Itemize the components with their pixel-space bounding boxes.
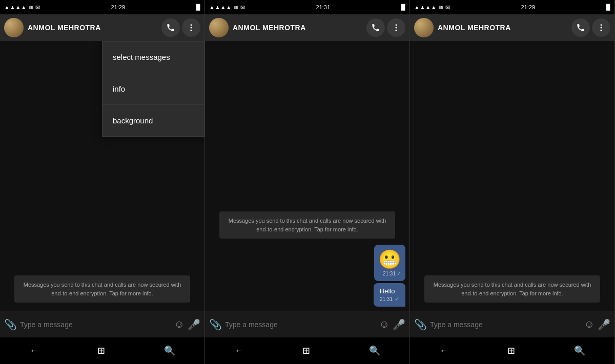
chat-header-1: ANMOL MEHROTRA xyxy=(0,14,204,41)
phone-panel-3: ▲▲▲▲ ≋ ✉ 21:29 ▉ ANMOL MEHROTRA Messages… xyxy=(410,0,615,364)
wifi-icon-3: ≋ xyxy=(439,4,443,11)
time-2: 21:31 xyxy=(316,4,331,10)
mic-icon-2[interactable]: 🎤 xyxy=(393,318,405,331)
encryption-notice-3[interactable]: Messages you send to this chat and calls… xyxy=(424,275,600,303)
back-button-3[interactable]: ← xyxy=(435,341,453,360)
attach-icon-1[interactable]: 📎 xyxy=(4,318,17,331)
svg-point-0 xyxy=(191,24,192,26)
chat-area-2: Messages you send to this chat and calls… xyxy=(205,41,409,311)
message-icon-3: ✉ xyxy=(445,4,450,11)
message-input-2[interactable] xyxy=(225,320,376,329)
status-right-1: ▉ xyxy=(196,4,200,11)
more-button-3[interactable] xyxy=(592,18,610,37)
status-right-3: ▉ xyxy=(606,4,610,11)
svg-point-6 xyxy=(601,24,602,26)
search-button-1[interactable]: 🔍 xyxy=(160,341,179,360)
emoji-time-text: 21:31 xyxy=(383,271,396,276)
svg-point-3 xyxy=(396,24,397,26)
dropdown-select-messages[interactable]: select messages xyxy=(102,41,204,73)
emoji-icon-1[interactable]: ☺ xyxy=(174,318,184,330)
dropdown-background[interactable]: background xyxy=(102,105,204,136)
status-left-2: ▲▲▲▲ ≋ ✉ xyxy=(209,4,245,11)
svg-point-5 xyxy=(396,30,397,31)
input-bar-1: 📎 ☺ 🎤 xyxy=(0,311,204,337)
input-bar-2: 📎 ☺ 🎤 xyxy=(205,311,409,337)
phone-panel-2: ▲▲▲▲ ≋ ✉ 21:31 ▉ ANMOL MEHROTRA Messages… xyxy=(205,0,410,364)
hello-text: Hello xyxy=(380,287,395,295)
mic-icon-1[interactable]: 🎤 xyxy=(188,318,200,331)
bottom-nav-2: ← ⊞ 🔍 xyxy=(205,337,409,364)
chat-header-3: ANMOL MEHROTRA xyxy=(410,14,614,41)
status-bar-3: ▲▲▲▲ ≋ ✉ 21:29 ▉ xyxy=(410,0,614,14)
avatar-img-3 xyxy=(414,18,434,37)
home-button-3[interactable]: ⊞ xyxy=(503,341,519,360)
home-button-1[interactable]: ⊞ xyxy=(93,341,109,360)
chat-header-2: ANMOL MEHROTRA xyxy=(205,14,409,41)
emoji-message-1: 😬 21:31 ✓ xyxy=(374,245,405,281)
emoji-time: 21:31 ✓ xyxy=(378,270,401,277)
message-input-3[interactable] xyxy=(430,320,581,329)
avatar-img-1 xyxy=(4,18,24,37)
avatar-2[interactable] xyxy=(209,18,229,37)
more-button-2[interactable] xyxy=(387,18,405,37)
hello-time: 21:31 xyxy=(380,296,393,302)
dropdown-info[interactable]: info xyxy=(102,73,204,105)
messages-3: Messages you send to this chat and calls… xyxy=(410,271,614,307)
checkmark-hello: ✓ xyxy=(395,296,399,303)
message-icon-1: ✉ xyxy=(35,4,40,11)
search-button-2[interactable]: 🔍 xyxy=(365,341,384,360)
svg-point-2 xyxy=(191,30,192,31)
more-button-1[interactable] xyxy=(182,18,200,37)
home-button-2[interactable]: ⊞ xyxy=(298,341,314,360)
chat-area-1: select messages info background Messages… xyxy=(0,41,204,311)
emoji-icon-2[interactable]: ☺ xyxy=(379,318,389,330)
status-right-2: ▉ xyxy=(401,4,405,11)
battery-icon-3: ▉ xyxy=(606,4,610,11)
battery-icon-1: ▉ xyxy=(196,4,200,11)
header-icons-3 xyxy=(571,18,610,37)
attach-icon-3[interactable]: 📎 xyxy=(414,318,427,331)
status-left-3: ▲▲▲▲ ≋ ✉ xyxy=(414,4,450,11)
signal-icon-1: ▲▲▲▲ xyxy=(4,4,27,10)
encryption-notice-2[interactable]: Messages you send to this chat and calls… xyxy=(219,211,395,239)
header-icons-2 xyxy=(366,18,405,37)
back-button-1[interactable]: ← xyxy=(25,341,43,360)
search-button-3[interactable]: 🔍 xyxy=(570,341,589,360)
bottom-nav-1: ← ⊞ 🔍 xyxy=(0,337,204,364)
dropdown-menu-1: select messages info background xyxy=(102,41,204,137)
avatar-img-2 xyxy=(209,18,229,37)
mic-icon-3[interactable]: 🎤 xyxy=(598,318,610,331)
call-button-1[interactable] xyxy=(161,18,180,37)
messages-1: Messages you send to this chat and calls… xyxy=(0,271,204,307)
call-button-3[interactable] xyxy=(571,18,590,37)
hello-meta: 21:31 ✓ xyxy=(380,296,399,303)
contact-name-1: ANMOL MEHROTRA xyxy=(28,24,157,32)
svg-point-8 xyxy=(601,30,602,31)
call-button-2[interactable] xyxy=(366,18,385,37)
chat-area-3: Messages you send to this chat and calls… xyxy=(410,41,614,311)
message-icon-2: ✉ xyxy=(240,4,245,11)
time-1: 21:29 xyxy=(111,4,126,10)
wifi-icon-1: ≋ xyxy=(29,4,33,11)
emoji-icon-3[interactable]: ☺ xyxy=(584,318,594,330)
header-icons-1 xyxy=(161,18,200,37)
back-button-2[interactable]: ← xyxy=(230,341,248,360)
svg-point-7 xyxy=(601,27,602,29)
avatar-1[interactable] xyxy=(4,18,24,37)
message-input-1[interactable] xyxy=(20,320,171,329)
wifi-icon-2: ≋ xyxy=(234,4,238,11)
battery-icon-2: ▉ xyxy=(401,4,405,11)
status-left-1: ▲▲▲▲ ≋ ✉ xyxy=(4,4,40,11)
messages-2: Messages you send to this chat and calls… xyxy=(205,207,409,307)
encryption-notice-1[interactable]: Messages you send to this chat and calls… xyxy=(14,275,190,303)
svg-point-4 xyxy=(396,27,397,29)
input-bar-3: 📎 ☺ 🎤 xyxy=(410,311,614,337)
avatar-3[interactable] xyxy=(414,18,434,37)
phone-panel-1: ▲▲▲▲ ≋ ✉ 21:29 ▉ ANMOL MEHROTRA select m… xyxy=(0,0,205,364)
status-bar-2: ▲▲▲▲ ≋ ✉ 21:31 ▉ xyxy=(205,0,409,14)
signal-icon-2: ▲▲▲▲ xyxy=(209,4,232,10)
signal-icon-3: ▲▲▲▲ xyxy=(414,4,437,10)
status-bar-1: ▲▲▲▲ ≋ ✉ 21:29 ▉ xyxy=(0,0,204,14)
attach-icon-2[interactable]: 📎 xyxy=(209,318,222,331)
emoji-content: 😬 xyxy=(378,249,401,270)
